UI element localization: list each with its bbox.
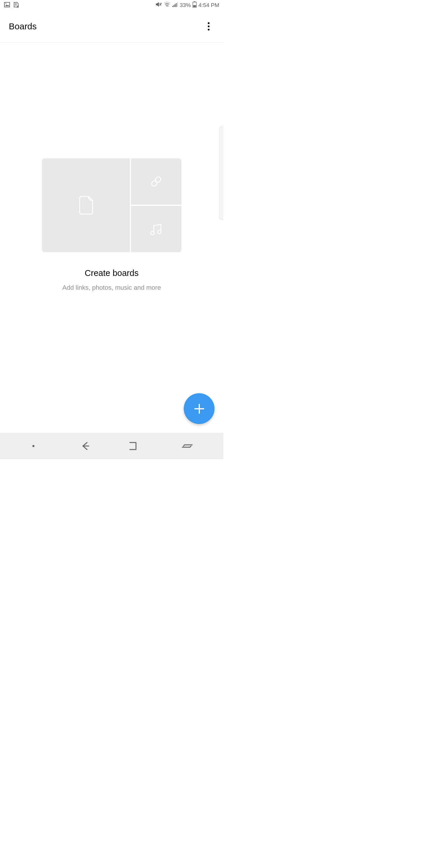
sim-icon (13, 2, 19, 9)
back-icon (79, 440, 91, 452)
signal-icon (172, 2, 178, 8)
svg-rect-16 (173, 5, 174, 7)
nav-dot-button[interactable] (25, 444, 42, 447)
svg-point-23 (208, 22, 209, 24)
svg-marker-1 (5, 4, 9, 6)
battery-icon (193, 1, 197, 9)
svg-marker-8 (156, 2, 159, 7)
svg-point-25 (208, 29, 209, 31)
svg-rect-27 (155, 176, 162, 183)
svg-rect-0 (4, 2, 10, 7)
plus-icon (193, 403, 205, 415)
illustration-tile-link (131, 158, 182, 205)
music-icon (149, 222, 163, 236)
svg-rect-19 (177, 2, 178, 7)
nav-recents-button[interactable] (175, 442, 199, 450)
svg-text:+: + (168, 5, 169, 7)
illustration-tile-file (42, 158, 130, 252)
illustration-right (131, 158, 182, 252)
content-area: Create boards Add links, photos, music a… (0, 42, 223, 433)
page-title: Boards (9, 22, 37, 31)
svg-line-37 (184, 445, 185, 446)
picture-icon (4, 2, 10, 8)
empty-state-title: Create boards (85, 268, 139, 278)
file-icon (78, 195, 94, 215)
svg-point-13 (167, 6, 168, 7)
svg-rect-22 (193, 5, 196, 7)
svg-point-24 (208, 26, 209, 27)
app-bar: Boards (0, 10, 223, 42)
add-board-fab[interactable] (184, 393, 215, 424)
wifi-icon: + (164, 2, 170, 8)
svg-rect-15 (172, 6, 173, 7)
time-label: 4:54 PM (198, 2, 219, 8)
mute-icon (156, 1, 162, 9)
svg-line-36 (190, 446, 191, 447)
empty-state-subtitle: Add links, photos, music and more (62, 284, 161, 291)
link-icon (149, 174, 164, 189)
navigation-bar (0, 433, 223, 459)
svg-rect-26 (151, 180, 158, 187)
svg-point-2 (6, 3, 6, 4)
dot-icon (32, 444, 35, 447)
svg-rect-18 (176, 3, 177, 7)
svg-rect-17 (175, 4, 175, 7)
empty-illustration (42, 158, 182, 252)
status-left (4, 2, 19, 9)
nav-home-button[interactable] (128, 441, 138, 451)
illustration-tile-music (131, 206, 182, 252)
more-button[interactable] (203, 21, 215, 32)
nav-back-button[interactable] (79, 440, 91, 452)
battery-percent: 33% (180, 2, 191, 8)
svg-point-32 (32, 445, 34, 447)
home-icon (128, 441, 138, 451)
status-right: + 33% 4:54 PM (156, 1, 219, 9)
svg-rect-21 (194, 1, 195, 2)
recents-icon (181, 442, 193, 450)
more-vertical-icon (207, 22, 210, 31)
status-bar: + 33% 4:54 PM (0, 0, 223, 10)
